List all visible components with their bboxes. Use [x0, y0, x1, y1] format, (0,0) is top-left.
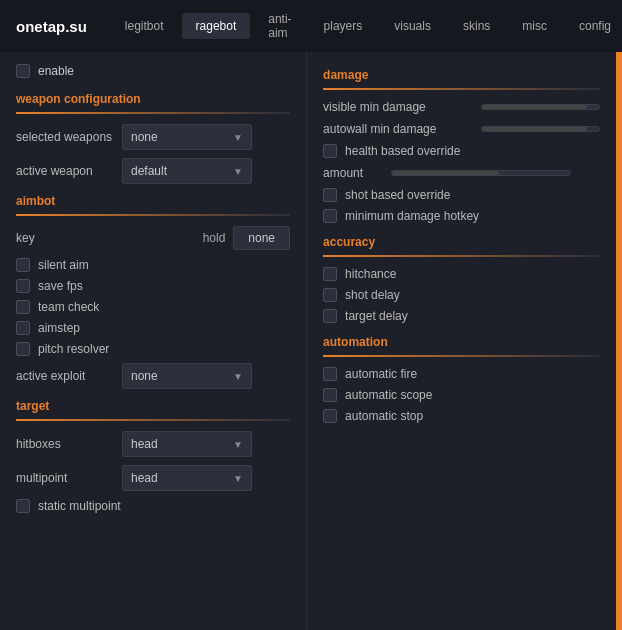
weapon-config-divider [16, 112, 290, 114]
active-exploit-arrow: ▼ [233, 371, 243, 382]
health-based-override-label: health based override [345, 144, 460, 158]
silent-aim-label: silent aim [38, 258, 89, 272]
active-weapon-label: active weapon [16, 164, 116, 178]
active-exploit-label: active exploit [16, 369, 116, 383]
autowall-min-damage-fill [482, 127, 587, 131]
amount-row: amount [323, 166, 600, 180]
hitchance-label: hitchance [345, 267, 396, 281]
autowall-min-damage-row: autowall min damage [323, 122, 600, 136]
team-check-label: team check [38, 300, 99, 314]
nav-misc[interactable]: misc [508, 13, 561, 39]
shot-delay-label: shot delay [345, 288, 400, 302]
selected-weapons-arrow: ▼ [233, 132, 243, 143]
multipoint-row: multipoint head ▼ [16, 465, 290, 491]
static-multipoint-label: static multipoint [38, 499, 121, 513]
amount-slider[interactable] [391, 170, 571, 176]
key-row: key hold none [16, 226, 290, 250]
visible-min-damage-label: visible min damage [323, 100, 473, 114]
automatic-fire-checkbox[interactable] [323, 367, 337, 381]
static-multipoint-row: static multipoint [16, 499, 290, 513]
accuracy-divider [323, 255, 600, 257]
automatic-scope-label: automatic scope [345, 388, 432, 402]
selected-weapons-row: selected weapons none ▼ [16, 124, 290, 150]
minimum-damage-hotkey-checkbox[interactable] [323, 209, 337, 223]
health-based-override-row: health based override [323, 144, 600, 158]
visible-min-damage-slider[interactable] [481, 104, 600, 110]
active-weapon-dropdown[interactable]: default ▼ [122, 158, 252, 184]
active-exploit-dropdown[interactable]: none ▼ [122, 363, 252, 389]
autowall-min-damage-label: autowall min damage [323, 122, 473, 136]
hitboxes-row: hitboxes head ▼ [16, 431, 290, 457]
aimstep-checkbox[interactable] [16, 321, 30, 335]
selected-weapons-dropdown[interactable]: none ▼ [122, 124, 252, 150]
enable-label: enable [38, 64, 74, 78]
pitch-resolver-row: pitch resolver [16, 342, 290, 356]
nav-ragebot[interactable]: ragebot [182, 13, 251, 39]
visible-min-damage-row: visible min damage [323, 100, 600, 114]
nav-antiaim[interactable]: anti-aim [254, 6, 305, 46]
hitchance-checkbox[interactable] [323, 267, 337, 281]
navbar: onetap.su legitbot ragebot anti-aim play… [0, 0, 622, 52]
automatic-fire-label: automatic fire [345, 367, 417, 381]
silent-aim-row: silent aim [16, 258, 290, 272]
aimstep-label: aimstep [38, 321, 80, 335]
team-check-row: team check [16, 300, 290, 314]
automatic-scope-checkbox[interactable] [323, 388, 337, 402]
autowall-min-damage-slider[interactable] [481, 126, 600, 132]
automation-header: automation [323, 335, 600, 349]
key-button[interactable]: none [233, 226, 290, 250]
enable-checkbox[interactable] [16, 64, 30, 78]
active-weapon-arrow: ▼ [233, 166, 243, 177]
amount-label: amount [323, 166, 383, 180]
team-check-checkbox[interactable] [16, 300, 30, 314]
nav-config[interactable]: config [565, 13, 622, 39]
shot-delay-row: shot delay [323, 288, 600, 302]
minimum-damage-hotkey-label: minimum damage hotkey [345, 209, 479, 223]
multipoint-label: multipoint [16, 471, 116, 485]
automatic-stop-row: automatic stop [323, 409, 600, 423]
right-panel: damage visible min damage autowall min d… [307, 52, 616, 630]
aimbot-divider [16, 214, 290, 216]
target-delay-checkbox[interactable] [323, 309, 337, 323]
hitboxes-label: hitboxes [16, 437, 116, 451]
weapon-config-header: weapon configuration [16, 92, 290, 106]
automatic-stop-checkbox[interactable] [323, 409, 337, 423]
hitchance-row: hitchance [323, 267, 600, 281]
shot-based-override-label: shot based override [345, 188, 450, 202]
target-divider [16, 419, 290, 421]
aimstep-row: aimstep [16, 321, 290, 335]
active-exploit-row: active exploit none ▼ [16, 363, 290, 389]
static-multipoint-checkbox[interactable] [16, 499, 30, 513]
right-border [616, 52, 622, 630]
key-mode: hold [203, 231, 226, 245]
amount-fill [392, 171, 499, 175]
brand: onetap.su [16, 18, 87, 35]
save-fps-label: save fps [38, 279, 83, 293]
visible-min-damage-fill [482, 105, 587, 109]
shot-based-override-checkbox[interactable] [323, 188, 337, 202]
minimum-damage-hotkey-row: minimum damage hotkey [323, 209, 600, 223]
nav-legitbot[interactable]: legitbot [111, 13, 178, 39]
active-weapon-row: active weapon default ▼ [16, 158, 290, 184]
health-based-override-checkbox[interactable] [323, 144, 337, 158]
multipoint-dropdown[interactable]: head ▼ [122, 465, 252, 491]
automatic-fire-row: automatic fire [323, 367, 600, 381]
nav-skins[interactable]: skins [449, 13, 504, 39]
save-fps-row: save fps [16, 279, 290, 293]
pitch-resolver-checkbox[interactable] [16, 342, 30, 356]
hitboxes-dropdown[interactable]: head ▼ [122, 431, 252, 457]
silent-aim-checkbox[interactable] [16, 258, 30, 272]
nav-visuals[interactable]: visuals [380, 13, 445, 39]
target-delay-label: target delay [345, 309, 408, 323]
automation-divider [323, 355, 600, 357]
shot-based-override-row: shot based override [323, 188, 600, 202]
enable-row: enable [16, 64, 290, 78]
target-header: target [16, 399, 290, 413]
target-delay-row: target delay [323, 309, 600, 323]
hitboxes-arrow: ▼ [233, 439, 243, 450]
damage-divider [323, 88, 600, 90]
save-fps-checkbox[interactable] [16, 279, 30, 293]
shot-delay-checkbox[interactable] [323, 288, 337, 302]
left-panel: enable weapon configuration selected wea… [0, 52, 307, 630]
nav-players[interactable]: players [310, 13, 377, 39]
